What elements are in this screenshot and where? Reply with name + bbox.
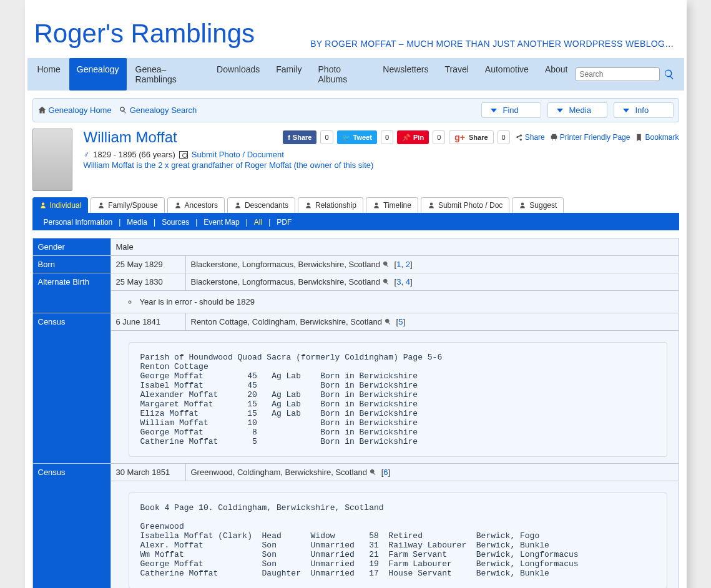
subtab-sources[interactable]: Sources <box>157 218 194 227</box>
search-icon[interactable] <box>664 69 675 80</box>
tab-icon <box>519 202 526 209</box>
tab-icon <box>234 202 242 209</box>
value-gender: Male <box>110 238 679 256</box>
googleplus-share-button[interactable]: g+Share <box>449 130 493 144</box>
life-dates: ♂ 1829 - 1895 (66 years) Submit Photo / … <box>84 150 679 159</box>
row-census1: Census 6 June 1841 Renton Cottage, Coldi… <box>32 313 679 331</box>
place-census2: Greenwood, Coldingham, Berwickshire, Sco… <box>185 464 679 481</box>
nav-tab-about[interactable]: About <box>537 58 576 91</box>
chevron-down-icon <box>557 109 563 112</box>
record-tab-timeline[interactable]: Timeline <box>366 197 418 213</box>
breadcrumb-bar: Genealogy Home Genealogy Search Find Med… <box>32 98 679 122</box>
main-nav: HomeGenealogyGenea–RamblingsDownloadsFam… <box>27 58 684 91</box>
tab-icon <box>305 202 312 209</box>
subtab-all[interactable]: All <box>249 218 267 227</box>
chevron-down-icon <box>491 109 497 112</box>
chevron-down-icon <box>623 109 629 112</box>
tab-icon <box>373 202 380 209</box>
date-born: 25 May 1829 <box>110 256 185 273</box>
row-gender: Gender Male <box>32 238 679 256</box>
bookmark-icon <box>635 134 643 142</box>
ref-link[interactable]: 6 <box>383 468 388 477</box>
record-tab-familyspouse[interactable]: Family/Spouse <box>91 197 164 213</box>
site-title[interactable]: Roger's Ramblings <box>34 19 255 49</box>
record-tab-ancestors[interactable]: Ancestors <box>167 197 225 213</box>
magnify-icon[interactable] <box>383 261 390 268</box>
nav-tab-automotive[interactable]: Automotive <box>478 58 536 91</box>
record-tab-descendants[interactable]: Descendants <box>227 197 295 213</box>
googleplus-count: 0 <box>498 130 510 144</box>
record-tab-suggest[interactable]: Suggest <box>512 197 564 213</box>
record-tab-relationship[interactable]: Relationship <box>298 197 363 213</box>
search-small-icon <box>119 106 127 114</box>
record-tabs: IndividualFamily/SpouseAncestorsDescenda… <box>32 197 679 214</box>
print-link[interactable]: Printer Friendly Page <box>550 133 630 142</box>
find-dropdown[interactable]: Find <box>481 102 541 118</box>
genealogy-home-link[interactable]: Genealogy Home <box>38 105 112 115</box>
place-born: Blackerstone, Longformacus, Berwickshire… <box>185 256 679 273</box>
sub-tabs: Personal Information| Media| Sources| Ev… <box>32 214 679 230</box>
place-altbirth: Blackerstone, Longformacus, Berwickshire… <box>185 273 679 291</box>
facebook-count: 0 <box>320 130 333 144</box>
record-tab-submitphotodoc[interactable]: Submit Photo / Doc <box>421 197 509 213</box>
tab-icon <box>428 202 435 209</box>
nav-tab-travel[interactable]: Travel <box>437 58 476 91</box>
site-tagline: BY ROGER MOFFAT – MUCH MORE THAN JUST AN… <box>310 39 674 49</box>
twitter-tweet-button[interactable]: 🐦Tweet <box>337 130 377 144</box>
nav-tab-genearamblings[interactable]: Genea–Ramblings <box>128 58 208 91</box>
magnify-icon[interactable] <box>383 278 390 285</box>
nav-tab-newsletters[interactable]: Newsletters <box>375 58 436 91</box>
tab-icon <box>97 202 105 209</box>
subtab-eventmap[interactable]: Event Map <box>199 218 244 227</box>
share-link[interactable]: Share <box>515 133 545 142</box>
tab-icon <box>39 202 47 209</box>
row-born: Born 25 May 1829 Blackerstone, Longforma… <box>32 256 679 273</box>
subtab-pdf[interactable]: PDF <box>272 218 297 227</box>
media-dropdown[interactable]: Media <box>547 102 607 118</box>
magnify-icon[interactable] <box>370 469 376 476</box>
tab-icon <box>174 202 182 209</box>
share-icon <box>515 134 523 142</box>
row-altbirth: Alternate Birth 25 May 1830 Blackerstone… <box>32 273 679 291</box>
record-tab-individual[interactable]: Individual <box>32 197 89 213</box>
info-dropdown[interactable]: Info <box>614 102 674 118</box>
row-altbirth-note: Year is in error - should be 1829 <box>32 291 679 313</box>
date-census2: 30 March 1851 <box>110 464 185 481</box>
facebook-share-button[interactable]: fShare <box>283 130 316 144</box>
row-census2: Census 30 March 1851 Greenwood, Coldingh… <box>32 464 679 481</box>
subtab-personal[interactable]: Personal Information <box>39 218 118 227</box>
magnify-icon[interactable] <box>385 318 391 325</box>
label-born: Born <box>32 256 110 273</box>
note-altbirth: Year is in error - should be 1829 <box>110 291 679 313</box>
nav-tab-downloads[interactable]: Downloads <box>209 58 267 91</box>
person-portrait[interactable] <box>32 129 72 191</box>
row-census1-text: Parish of Houndwood Quoad Sacra (formerl… <box>32 331 679 464</box>
pinterest-pin-button[interactable]: 📌Pin <box>397 130 429 144</box>
printer-icon <box>550 134 558 142</box>
label-census1: Census <box>32 313 110 464</box>
bookmark-link[interactable]: Bookmark <box>635 133 679 142</box>
nav-tab-genealogy[interactable]: Genealogy <box>69 58 127 91</box>
label-census2: Census <box>32 464 110 589</box>
subtab-media[interactable]: Media <box>122 218 152 227</box>
relationship-note[interactable]: William Moffat is the 2 x great grandfat… <box>84 160 679 170</box>
search-input[interactable] <box>576 67 660 81</box>
census1-transcript: Parish of Houndwood Quoad Sacra (formerl… <box>129 342 667 457</box>
label-altbirth: Alternate Birth <box>32 273 110 313</box>
home-icon <box>38 106 46 114</box>
genealogy-search-link[interactable]: Genealogy Search <box>119 105 197 115</box>
nav-tab-family[interactable]: Family <box>268 58 309 91</box>
ref-link[interactable]: 4 <box>406 277 410 287</box>
label-gender: Gender <box>32 238 110 256</box>
nav-tab-home[interactable]: Home <box>30 58 68 91</box>
ref-link[interactable]: 2 <box>406 260 410 269</box>
pinterest-count: 0 <box>433 130 445 144</box>
date-census1: 6 June 1841 <box>110 313 185 331</box>
nav-tab-photoalbums[interactable]: Photo Albums <box>311 58 375 91</box>
person-name: William Moffat <box>84 129 177 146</box>
submit-photo-link[interactable]: Submit Photo / Document <box>192 150 284 159</box>
place-census1: Renton Cottage, Coldingham, Berwickshire… <box>185 313 679 331</box>
facts-table: Gender Male Born 25 May 1829 Blackerston… <box>32 238 679 588</box>
date-altbirth: 25 May 1830 <box>110 273 185 291</box>
twitter-count: 0 <box>381 130 393 144</box>
